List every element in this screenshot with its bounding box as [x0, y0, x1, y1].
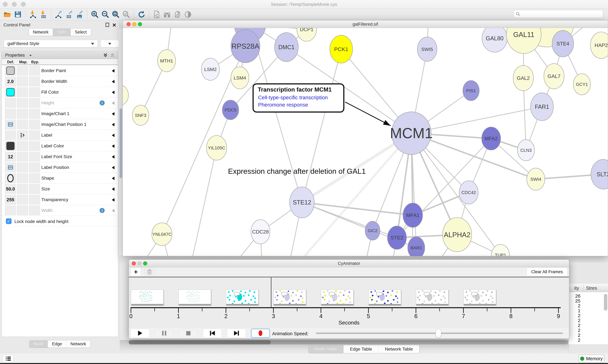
import-network-icon[interactable] — [28, 10, 38, 19]
open-session-icon[interactable] — [2, 10, 13, 19]
default-cell[interactable]: 50.0 — [5, 184, 16, 194]
column-radiality[interactable]: ity — [574, 286, 579, 291]
expand-arrow-icon[interactable] — [112, 69, 114, 73]
frame-thumbnail-1[interactable] — [179, 289, 211, 305]
property-row-width[interactable]: Widthi — [2, 205, 118, 216]
add-frame-button[interactable]: + — [131, 268, 141, 276]
expand-arrow-icon[interactable] — [112, 166, 114, 169]
annotation-link-2[interactable]: Pheromone response — [258, 102, 308, 108]
column-stress[interactable]: Stres — [586, 286, 597, 291]
tab-select[interactable]: Select — [71, 29, 91, 36]
float-window-icon[interactable] — [106, 23, 109, 27]
bypass-cell[interactable] — [29, 98, 40, 108]
export-table-icon[interactable] — [64, 10, 74, 19]
frame-thumbnail-6[interactable] — [416, 289, 449, 305]
default-cell[interactable] — [5, 163, 16, 172]
bypass-cell[interactable] — [29, 152, 40, 161]
expand-arrow-icon[interactable] — [112, 144, 114, 148]
info-icon[interactable]: i — [100, 100, 105, 105]
default-cell[interactable] — [5, 206, 16, 215]
style-selector[interactable]: galFiltered Style — [4, 40, 98, 47]
refresh-layout-icon[interactable] — [136, 10, 147, 19]
stop-button[interactable] — [179, 329, 198, 338]
bypass-cell[interactable] — [29, 109, 40, 118]
task-history-button[interactable] — [3, 355, 14, 363]
zoom-out-icon[interactable] — [100, 10, 111, 19]
import-table-icon[interactable] — [38, 10, 49, 19]
zoom-selected-icon[interactable] — [121, 10, 131, 19]
zoom-fit-icon[interactable] — [111, 10, 121, 19]
export-image-icon[interactable] — [74, 10, 85, 19]
bypass-cell[interactable] — [29, 87, 40, 97]
skip-end-button[interactable] — [227, 329, 246, 338]
default-cell[interactable] — [5, 98, 16, 108]
bypass-cell[interactable] — [29, 130, 40, 140]
share-network-icon[interactable] — [151, 10, 162, 19]
search-input[interactable] — [522, 11, 601, 17]
tab-network[interactable]: Network — [66, 340, 90, 348]
bypass-cell[interactable] — [29, 141, 40, 151]
property-row-fill-color[interactable]: Fill Color — [2, 87, 118, 98]
mapping-cell[interactable] — [17, 152, 28, 161]
expand-arrow-icon[interactable] — [112, 187, 114, 191]
tab-node[interactable]: Node — [29, 340, 48, 348]
expand-arrow-icon[interactable] — [112, 101, 114, 105]
search-network-icon[interactable] — [162, 10, 172, 19]
hide-panel-icon[interactable] — [172, 10, 183, 19]
export-network-icon[interactable] — [54, 10, 64, 19]
mapping-cell[interactable] — [17, 130, 28, 140]
frames-timeline[interactable]: 0123456789 Seconds — [129, 277, 569, 327]
frame-thumbnail-4[interactable] — [321, 289, 354, 305]
bypass-cell[interactable] — [29, 163, 40, 172]
playhead[interactable] — [271, 277, 271, 308]
property-row-size[interactable]: 50.0Size — [2, 183, 118, 194]
property-row-border-paint[interactable]: Border Paint — [2, 65, 118, 76]
default-cell[interactable] — [5, 87, 16, 97]
node-lsliver[interactable] — [123, 85, 128, 105]
info-icon[interactable]: i — [100, 208, 105, 213]
expand-arrow-icon[interactable] — [112, 155, 114, 159]
search-box[interactable] — [514, 10, 603, 18]
frame-thumbnail-5[interactable] — [368, 289, 401, 305]
property-row-label-position[interactable]: Label Position — [2, 162, 118, 173]
expand-arrow-icon[interactable] — [112, 123, 114, 126]
scrollbar-thumb[interactable] — [604, 294, 607, 311]
mapping-cell[interactable] — [17, 184, 28, 194]
bypass-cell[interactable] — [29, 195, 40, 205]
close-panel-icon[interactable]: ✕ — [112, 22, 116, 28]
contrast-icon[interactable] — [183, 10, 193, 19]
frame-thumbnail-3[interactable] — [274, 289, 306, 305]
zoom-in-icon[interactable] — [90, 10, 100, 19]
default-cell[interactable] — [5, 109, 16, 118]
annotation-box[interactable]: Transcription factor MCM1 Cell-type-spec… — [252, 83, 344, 113]
bypass-cell[interactable] — [29, 77, 40, 86]
play-button[interactable] — [131, 329, 150, 338]
network-window-titlebar[interactable]: galFiltered.sif — [123, 20, 608, 28]
tab-network[interactable]: Network — [29, 29, 53, 36]
property-row-label-color[interactable]: Label Color — [2, 141, 118, 151]
mapping-cell[interactable] — [17, 163, 28, 172]
default-cell[interactable] — [5, 66, 16, 76]
expand-arrow-icon[interactable] — [112, 209, 114, 212]
record-button[interactable] — [251, 329, 270, 338]
properties-header[interactable]: Properties — [2, 52, 118, 59]
tab-edge[interactable]: Edge — [48, 340, 66, 348]
bypass-cell[interactable] — [29, 206, 40, 215]
mapping-cell[interactable] — [17, 195, 28, 205]
property-row-label-font-size[interactable]: 12Label Font Size — [2, 151, 118, 162]
network-scrollbar[interactable] — [119, 28, 123, 256]
default-cell[interactable] — [5, 141, 16, 151]
mapping-cell[interactable] — [17, 141, 28, 151]
default-cell[interactable] — [5, 130, 16, 140]
expand-arrow-icon[interactable] — [112, 112, 114, 116]
save-session-icon[interactable] — [13, 10, 23, 19]
default-cell[interactable] — [5, 120, 16, 129]
memory-button[interactable]: Memory — [579, 354, 604, 363]
tab-node-table[interactable]: Node Table — [308, 345, 344, 353]
annotation-link-1[interactable]: Cell-type-specific transcription — [258, 95, 328, 101]
lock-size-checkbox[interactable]: ✓ — [6, 218, 12, 224]
property-row-height[interactable]: Heighti — [2, 98, 118, 108]
property-row-transparency[interactable]: 255Transparency — [2, 194, 118, 205]
expand-arrow-icon[interactable] — [112, 91, 114, 94]
frame-thumbnail-7[interactable] — [463, 289, 496, 305]
